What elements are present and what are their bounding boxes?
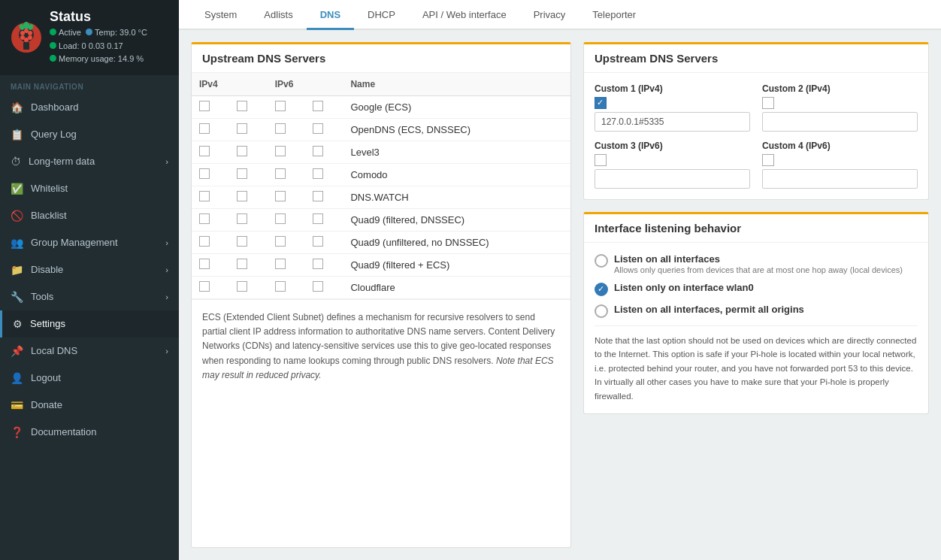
ipv4-checkbox-0-0[interactable]	[199, 101, 210, 111]
ipv6-checkbox-2-1[interactable]	[313, 146, 323, 156]
svg-point-9	[20, 35, 25, 40]
custom4-field: Custom 4 (IPv6)	[762, 141, 918, 189]
ipv6-checkbox-0-0[interactable]	[275, 101, 286, 111]
documentation-icon: ❓	[11, 426, 23, 438]
custom4-input[interactable]	[762, 169, 918, 189]
ipv6-checkbox-5-0[interactable]	[275, 213, 286, 224]
nav-section-label: MAIN NAVIGATION	[0, 75, 179, 94]
donate-icon: 💳	[11, 399, 23, 411]
ipv4-checkbox-7-1[interactable]	[237, 259, 247, 269]
sidebar-item-disable[interactable]: 📁 Disable ›	[0, 256, 179, 283]
upstream-dns-footer: ECS (Extended Client Subnet) defines a m…	[192, 299, 570, 393]
custom2-field: Custom 2 (IPv4)	[762, 83, 918, 132]
radio-title-wlan0: Listen only on interface wlan0	[614, 282, 754, 293]
ipv6-checkbox-3-0[interactable]	[275, 168, 286, 179]
dns-servers-table: IPv4 IPv6 Name Google (ECS)OpenDNS (ECS,…	[192, 73, 570, 299]
sidebar-header: Status Active Temp: 39.0 °C Load: 0 0.03…	[0, 0, 179, 75]
custom1-input[interactable]	[595, 112, 750, 132]
custom3-row	[595, 154, 750, 166]
ipv6-checkbox-0-1[interactable]	[313, 101, 323, 111]
ipv6-checkbox-4-0[interactable]	[275, 191, 286, 201]
ipv6-checkbox-8-1[interactable]	[313, 281, 323, 292]
ipv6-checkbox-1-0[interactable]	[275, 123, 286, 134]
custom1-field: Custom 1 (IPv4)	[595, 83, 750, 132]
custom3-label: Custom 3 (IPv6)	[595, 141, 750, 151]
ipv4-checkbox-5-1[interactable]	[237, 213, 247, 224]
tab-privacy[interactable]: Privacy	[520, 0, 579, 30]
right-panel: Upstream DNS Servers Custom 1 (IPv4)	[583, 42, 929, 548]
sidebar-item-settings[interactable]: ⚙ Settings	[0, 310, 179, 338]
group-icon: 👥	[11, 237, 23, 249]
tabs-bar: System Adlists DNS DHCP API / Web interf…	[179, 0, 941, 30]
sidebar-item-long-term-data[interactable]: ⏱ Long-term data ›	[0, 148, 179, 175]
svg-point-11	[24, 38, 29, 42]
ipv4-checkbox-3-0[interactable]	[199, 168, 210, 179]
ipv6-checkbox-4-1[interactable]	[313, 191, 323, 201]
radio-all-permit[interactable]: Listen on all interfaces, permit all ori…	[595, 304, 918, 318]
sidebar-item-whitelist[interactable]: ✅ Whitelist	[0, 175, 179, 202]
interface-listening-title: Interface listening behavior	[584, 214, 928, 243]
sidebar-item-tools[interactable]: 🔧 Tools ›	[0, 283, 179, 310]
interface-listening-body: Listen on all interfaces Allows only que…	[584, 243, 928, 413]
radio-circle-wlan0	[595, 283, 608, 296]
sidebar-item-label: Donate	[31, 399, 168, 410]
custom2-input[interactable]	[762, 112, 918, 132]
tab-teleporter[interactable]: Teleporter	[579, 0, 649, 30]
tab-adlists[interactable]: Adlists	[250, 0, 306, 30]
sidebar-item-local-dns[interactable]: 📌 Local DNS ›	[0, 338, 179, 365]
tab-dhcp[interactable]: DHCP	[354, 0, 409, 30]
long-term-icon: ⏱	[11, 156, 21, 168]
custom-dns-card: Upstream DNS Servers Custom 1 (IPv4)	[583, 42, 929, 200]
ipv4-checkbox-2-0[interactable]	[199, 146, 210, 156]
ipv4-checkbox-3-1[interactable]	[237, 168, 247, 179]
sidebar-item-label: Dashboard	[31, 101, 168, 113]
ipv4-checkbox-1-1[interactable]	[237, 123, 247, 134]
tab-system[interactable]: System	[191, 0, 250, 30]
ipv6-checkbox-6-0[interactable]	[275, 236, 286, 247]
sidebar-item-donate[interactable]: 💳 Donate	[0, 392, 179, 419]
sidebar-item-query-log[interactable]: 📋 Query Log	[0, 121, 179, 148]
tab-dns[interactable]: DNS	[307, 0, 354, 30]
ipv6-checkbox-3-1[interactable]	[313, 168, 323, 179]
custom4-checkbox[interactable]	[762, 154, 774, 166]
ipv4-checkbox-5-0[interactable]	[199, 213, 210, 224]
ipv6-checkbox-5-1[interactable]	[313, 213, 323, 224]
ipv6-checkbox-7-0[interactable]	[275, 259, 286, 269]
ipv4-checkbox-1-0[interactable]	[199, 123, 210, 134]
sidebar-status-title: Status	[50, 9, 147, 25]
ipv6-checkbox-8-0[interactable]	[275, 281, 286, 292]
sidebar-item-group-management[interactable]: 👥 Group Management ›	[0, 229, 179, 256]
ipv4-checkbox-6-0[interactable]	[199, 236, 210, 247]
ipv4-checkbox-4-1[interactable]	[237, 191, 247, 201]
sidebar-item-logout[interactable]: 👤 Logout	[0, 365, 179, 392]
status-load-row: Load: 0 0.03 0.17	[50, 40, 147, 53]
sidebar-item-documentation[interactable]: ❓ Documentation	[0, 419, 179, 446]
ipv4-checkbox-4-0[interactable]	[199, 191, 210, 201]
ipv4-checkbox-8-1[interactable]	[237, 281, 247, 292]
ipv4-checkbox-0-1[interactable]	[237, 101, 247, 111]
radio-desc-all-interfaces: Allows only queries from devices that ar…	[614, 265, 903, 274]
dns-server-name: Quad9 (filtered, DNSSEC)	[343, 209, 570, 232]
ipv6-checkbox-7-1[interactable]	[313, 259, 323, 269]
memory-dot	[50, 55, 56, 62]
sidebar-item-dashboard[interactable]: 🏠 Dashboard	[0, 94, 179, 121]
ipv4-checkbox-8-0[interactable]	[199, 281, 210, 292]
custom2-checkbox[interactable]	[762, 97, 774, 109]
sidebar-status-info: Status Active Temp: 39.0 °C Load: 0 0.03…	[50, 9, 147, 66]
tab-api-web[interactable]: API / Web interface	[409, 0, 520, 30]
radio-all-interfaces[interactable]: Listen on all interfaces Allows only que…	[595, 253, 918, 274]
ipv4-checkbox-7-0[interactable]	[199, 259, 210, 269]
sidebar-item-blacklist[interactable]: 🚫 Blacklist	[0, 202, 179, 229]
custom3-checkbox[interactable]	[595, 154, 607, 166]
radio-wlan0[interactable]: Listen only on interface wlan0	[595, 282, 918, 296]
ipv4-checkbox-2-1[interactable]	[237, 146, 247, 156]
ipv6-checkbox-1-1[interactable]	[313, 123, 323, 134]
active-dot	[50, 29, 56, 35]
custom3-input[interactable]	[595, 169, 750, 189]
dns-server-name: Quad9 (filtered + ECS)	[343, 254, 570, 277]
custom1-checkbox[interactable]	[595, 97, 607, 109]
radio-circle-all-permit	[595, 304, 608, 318]
ipv6-checkbox-2-0[interactable]	[275, 146, 286, 156]
ipv6-checkbox-6-1[interactable]	[313, 236, 323, 247]
ipv4-checkbox-6-1[interactable]	[237, 236, 247, 247]
